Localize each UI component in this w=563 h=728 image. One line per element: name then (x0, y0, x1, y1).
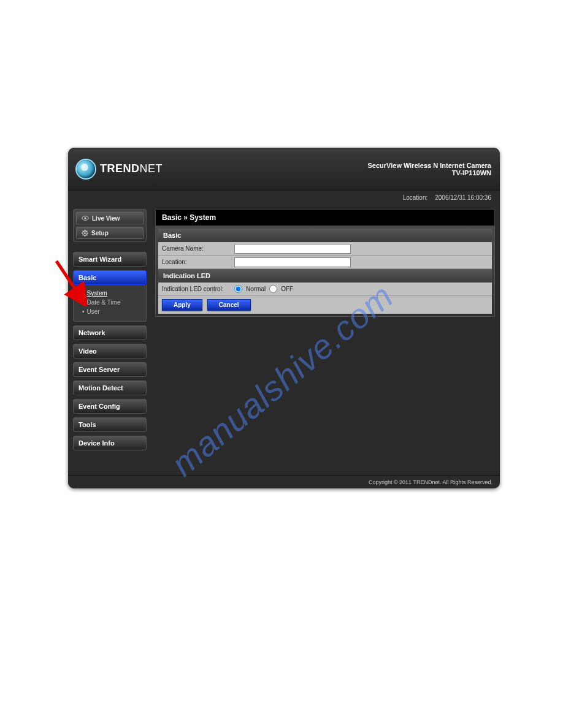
nav-network[interactable]: Network (73, 325, 147, 340)
svg-point-1 (85, 218, 86, 219)
gear-icon (82, 230, 88, 237)
svg-line-10 (86, 230, 87, 231)
section-basic-header: Basic (158, 229, 492, 242)
timestamp: 2006/12/31 16:00:36 (435, 194, 491, 201)
breadcrumb: Basic » System (155, 209, 495, 226)
product-title-line1: SecurView Wireless N Internet Camera (368, 162, 491, 169)
nav-smart-wizard[interactable]: Smart Wizard (73, 252, 147, 267)
header: TRENDNET SecurView Wireless N Internet C… (68, 148, 500, 191)
product-title-line2: TV-IP110WN (368, 169, 491, 176)
led-off-label: OFF (281, 286, 293, 292)
brand-text: TRENDNET (100, 162, 163, 175)
subnav-user[interactable]: User (82, 307, 140, 316)
apply-button[interactable]: Apply (162, 299, 202, 311)
led-off-radio[interactable] (269, 285, 277, 293)
main-panel: Basic » System Basic Camera Name: Locati… (155, 209, 495, 475)
location-input[interactable] (234, 257, 351, 267)
camera-name-input[interactable] (234, 244, 351, 254)
svg-line-11 (83, 235, 83, 235)
row-location: Location: (158, 256, 492, 269)
subnav-basic: System Date & Time User (73, 285, 147, 322)
brand-logo-icon (77, 160, 95, 178)
subheader: Location: 2006/12/31 16:00:36 (68, 191, 500, 204)
row-camera-name: Camera Name: (158, 242, 492, 256)
sidebar: Live View Setup (73, 209, 147, 475)
nav-motion-detect[interactable]: Motion Detect (73, 381, 147, 395)
copyright: Copyright © 2011 TRENDnet. All Rights Re… (369, 479, 492, 485)
action-row: Apply Cancel (158, 296, 492, 314)
nav-tools[interactable]: Tools (73, 417, 147, 432)
cancel-button[interactable]: Cancel (207, 299, 251, 311)
brand: TRENDNET (77, 160, 163, 178)
svg-line-9 (86, 235, 87, 235)
setup-button[interactable]: Setup (76, 227, 144, 239)
nav-event-server[interactable]: Event Server (73, 362, 147, 377)
svg-line-8 (83, 230, 83, 231)
quick-buttons-box: Live View Setup (73, 209, 147, 242)
section-led-header: Indication LED (158, 269, 492, 282)
body: Live View Setup (68, 204, 500, 475)
location-form-label: Location: (158, 256, 232, 268)
led-normal-label: Normal (246, 286, 266, 292)
live-view-button[interactable]: Live View (76, 212, 144, 224)
nav-device-info[interactable]: Device Info (73, 436, 147, 450)
settings-panel: Basic Camera Name: Location: Indication … (155, 226, 495, 317)
nav-basic[interactable]: Basic (73, 270, 147, 285)
subnav-system[interactable]: System (82, 289, 140, 298)
nav-event-config[interactable]: Event Config (73, 399, 147, 414)
svg-point-3 (84, 232, 86, 234)
setup-label: Setup (91, 230, 109, 237)
location-label: Location: (403, 194, 428, 201)
subnav-user-label: User (87, 308, 100, 315)
product-title: SecurView Wireless N Internet Camera TV-… (368, 162, 491, 176)
footer: Copyright © 2011 TRENDnet. All Rights Re… (68, 475, 500, 488)
row-led-control: Indication LED control: Normal OFF (158, 282, 492, 296)
led-normal-radio[interactable] (234, 285, 242, 293)
led-control-label: Indication LED control: (158, 283, 232, 295)
nav-video[interactable]: Video (73, 344, 147, 358)
app-window: TRENDNET SecurView Wireless N Internet C… (68, 148, 500, 488)
live-view-label: Live View (92, 215, 120, 222)
subnav-system-label: System (87, 290, 107, 297)
eye-icon (82, 216, 89, 221)
subnav-date-time-label: Date & Time (87, 299, 121, 306)
camera-name-label: Camera Name: (158, 243, 232, 254)
subnav-date-time[interactable]: Date & Time (82, 298, 140, 307)
